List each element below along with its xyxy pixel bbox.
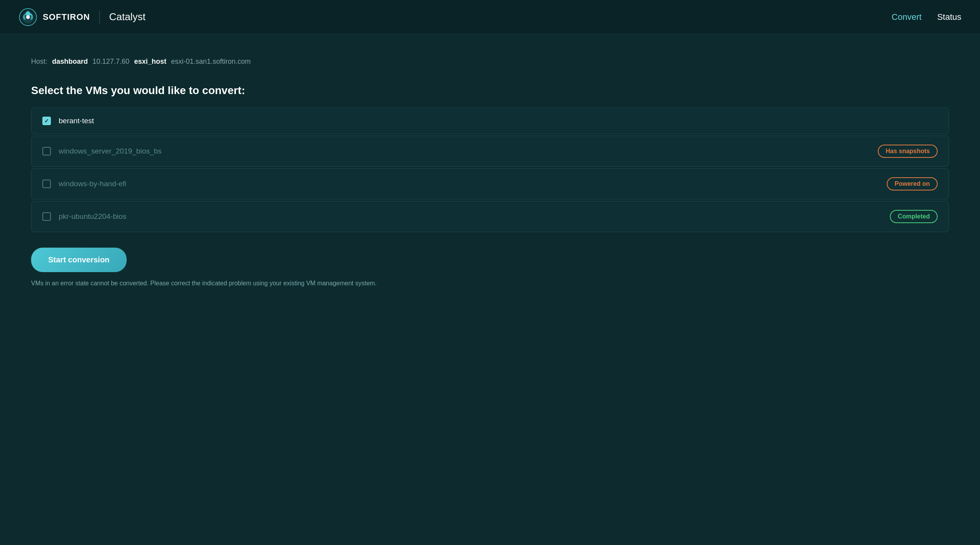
logo-container: SOFTIRON <box>19 8 90 26</box>
status-badge: Has snapshots <box>878 145 938 158</box>
vm-item-left: windows_server_2019_bios_bs <box>42 147 162 155</box>
warning-text: VMs in an error state cannot be converte… <box>31 280 381 287</box>
vm-name: windows-by-hand-efi <box>59 180 126 188</box>
list-item[interactable]: berant-test <box>31 108 949 134</box>
status-badge: Completed <box>890 210 938 223</box>
vm-item-left: berant-test <box>42 117 94 125</box>
header-left: SOFTIRON Catalyst <box>19 8 146 26</box>
start-conversion-button[interactable]: Start conversion <box>31 248 127 272</box>
header-nav: Convert Status <box>892 12 961 22</box>
host-esxi-value: esxi-01.san1.softiron.com <box>171 58 251 66</box>
header-divider <box>99 11 100 23</box>
vm-checkbox[interactable] <box>42 180 51 188</box>
vm-checkbox[interactable] <box>42 117 51 125</box>
vm-name: berant-test <box>59 117 94 125</box>
vm-item-left: pkr-ubuntu2204-bios <box>42 212 126 221</box>
softiron-logo-icon <box>19 8 37 26</box>
vm-name: windows_server_2019_bios_bs <box>59 147 162 155</box>
list-item[interactable]: pkr-ubuntu2204-bios Completed <box>31 201 949 232</box>
host-esxi-key: esxi_host <box>134 58 166 66</box>
app-header: SOFTIRON Catalyst Convert Status <box>0 0 980 34</box>
list-item[interactable]: windows-by-hand-efi Powered on <box>31 168 949 199</box>
svg-point-1 <box>26 15 30 19</box>
vm-item-left: windows-by-hand-efi <box>42 180 126 188</box>
list-item[interactable]: windows_server_2019_bios_bs Has snapshot… <box>31 136 949 167</box>
vm-checkbox[interactable] <box>42 147 51 155</box>
main-content: Host: dashboard 10.127.7.60 esxi_host es… <box>0 34 980 310</box>
host-dashboard-value: 10.127.7.60 <box>92 58 129 66</box>
action-area: Start conversion VMs in an error state c… <box>31 248 949 287</box>
nav-status[interactable]: Status <box>937 12 961 22</box>
nav-convert[interactable]: Convert <box>892 12 922 22</box>
host-bar: Host: dashboard 10.127.7.60 esxi_host es… <box>31 58 949 66</box>
brand-name: SOFTIRON <box>43 12 90 22</box>
host-dashboard-key: dashboard <box>52 58 88 66</box>
vm-list: berant-test windows_server_2019_bios_bs … <box>31 108 949 232</box>
section-title: Select the VMs you would like to convert… <box>31 84 949 97</box>
host-label: Host: <box>31 58 47 66</box>
status-badge: Powered on <box>887 177 938 190</box>
app-title: Catalyst <box>109 11 146 23</box>
vm-name: pkr-ubuntu2204-bios <box>59 212 126 221</box>
vm-checkbox[interactable] <box>42 212 51 221</box>
